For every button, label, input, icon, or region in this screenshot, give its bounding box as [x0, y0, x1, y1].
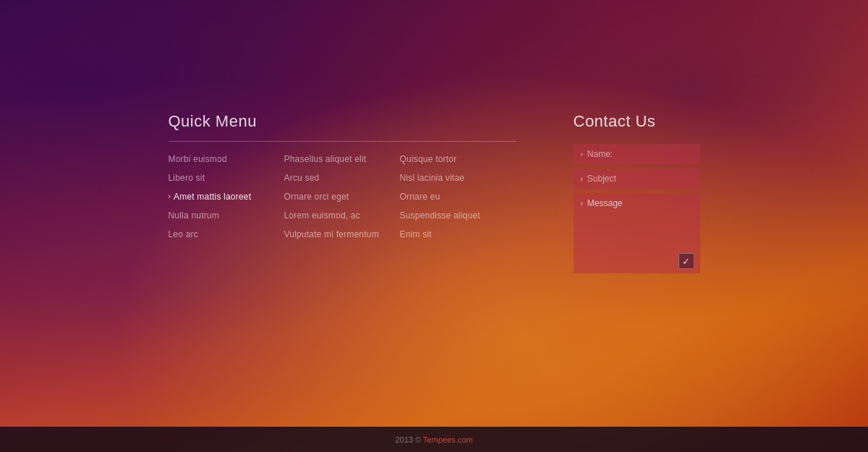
menu-item-label: Nulla nutrum: [169, 211, 219, 220]
menu-item-label: Arcu sed: [284, 174, 320, 182]
menu-item-label: Ornare orci eget: [284, 192, 349, 201]
menu-col-3: Quisque tortor Nisl lacinia vitae Ornare…: [400, 155, 516, 249]
menu-item-label: Vulputate mi fermentum: [284, 230, 379, 239]
menu-item-arcu[interactable]: Arcu sed: [284, 174, 400, 182]
message-label: Message: [587, 198, 623, 208]
chevron-icon: ›: [169, 193, 171, 200]
footer-year: 2013 ©: [396, 435, 424, 444]
menu-item-label: Lorem euismod, ac: [284, 211, 360, 220]
subject-field-container: ›: [574, 169, 700, 189]
menu-item-label: Morbi euismod: [169, 155, 227, 163]
menu-item-label: Suspendisse aliquet: [400, 211, 480, 220]
submit-button[interactable]: ✓: [678, 253, 694, 269]
menu-item-ornare-orci[interactable]: Ornare orci eget: [284, 192, 400, 201]
menu-item-label: Enim sit: [400, 230, 432, 239]
menu-item-leo[interactable]: Leo arc: [169, 230, 284, 239]
menu-item-morbi[interactable]: Morbi euismod: [169, 155, 284, 163]
menu-item-label: Phasellus aliquet elit: [284, 155, 367, 163]
menu-item-nisl[interactable]: Nisl lacinia vitae: [400, 174, 516, 182]
quick-menu-section: Quick Menu Morbi euismod Libero sit › Am…: [169, 112, 516, 278]
name-input[interactable]: [587, 149, 693, 159]
subject-input[interactable]: [587, 174, 693, 184]
main-content: Quick Menu Morbi euismod Libero sit › Am…: [0, 112, 868, 278]
menu-item-label: Quisque tortor: [400, 155, 457, 163]
menu-item-lorem[interactable]: Lorem euismod, ac: [284, 211, 400, 220]
menu-item-suspendisse[interactable]: Suspendisse aliquet: [400, 211, 516, 220]
footer-text: 2013 © Tempees.com: [396, 435, 473, 444]
menu-item-enim[interactable]: Enim sit: [400, 230, 516, 239]
menu-item-label: Libero sit: [169, 174, 205, 182]
menu-col-1: Morbi euismod Libero sit › Amet mattis l…: [169, 155, 284, 249]
checkmark-icon: ✓: [682, 256, 690, 267]
chevron-icon: ›: [581, 150, 583, 158]
menu-item-ornare-eu[interactable]: Ornare eu: [400, 192, 516, 201]
menu-item-label: Amet mattis laoreet: [174, 192, 251, 201]
menu-item-amet[interactable]: › Amet mattis laoreet: [169, 192, 284, 201]
quick-menu-divider: [169, 141, 516, 142]
chevron-icon: ›: [581, 175, 583, 183]
chevron-icon: ›: [581, 200, 583, 208]
contact-title: Contact Us: [574, 112, 700, 131]
menu-item-phasellus[interactable]: Phasellus aliquet elit: [284, 155, 400, 163]
footer-link[interactable]: Tempees.com: [423, 435, 472, 444]
menu-col-2: Phasellus aliquet elit Arcu sed Ornare o…: [284, 155, 400, 249]
menu-item-libero[interactable]: Libero sit: [169, 174, 284, 182]
message-header: › Message: [581, 198, 693, 208]
menu-item-label: Nisl lacinia vitae: [400, 174, 465, 182]
contact-section: Contact Us › › › Message ✓: [574, 112, 700, 278]
menu-item-vulputate[interactable]: Vulputate mi fermentum: [284, 230, 400, 239]
quick-menu-title: Quick Menu: [169, 112, 516, 131]
menu-item-label: Leo arc: [169, 230, 198, 239]
menu-item-quisque[interactable]: Quisque tortor: [400, 155, 516, 163]
message-field-container: › Message ✓: [574, 193, 700, 273]
message-textarea[interactable]: [581, 216, 693, 252]
menu-columns: Morbi euismod Libero sit › Amet mattis l…: [169, 155, 516, 249]
name-field-container: ›: [574, 144, 700, 164]
menu-item-nulla[interactable]: Nulla nutrum: [169, 211, 284, 220]
footer-bar: 2013 © Tempees.com: [0, 427, 868, 452]
menu-item-label: Ornare eu: [400, 192, 441, 201]
